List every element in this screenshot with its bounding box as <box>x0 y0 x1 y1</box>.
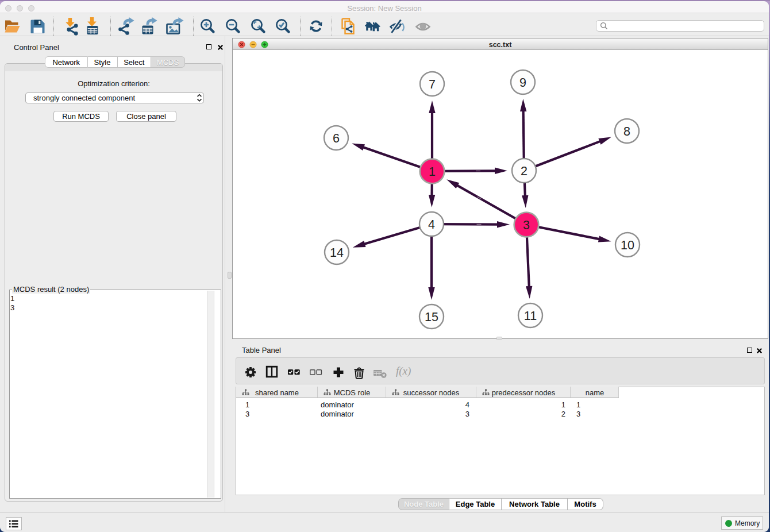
svg-text:8: 8 <box>623 125 630 138</box>
svg-text:15: 15 <box>425 310 438 324</box>
svg-text:6: 6 <box>333 132 340 145</box>
svg-text:11: 11 <box>524 309 537 323</box>
svg-text:3: 3 <box>523 218 530 232</box>
svg-text:14: 14 <box>330 246 344 260</box>
svg-text:4: 4 <box>428 218 435 232</box>
svg-text:7: 7 <box>429 78 436 91</box>
svg-text:2: 2 <box>521 164 528 178</box>
svg-text:10: 10 <box>621 238 634 252</box>
svg-text:9: 9 <box>519 76 526 90</box>
svg-text:1: 1 <box>429 165 436 179</box>
